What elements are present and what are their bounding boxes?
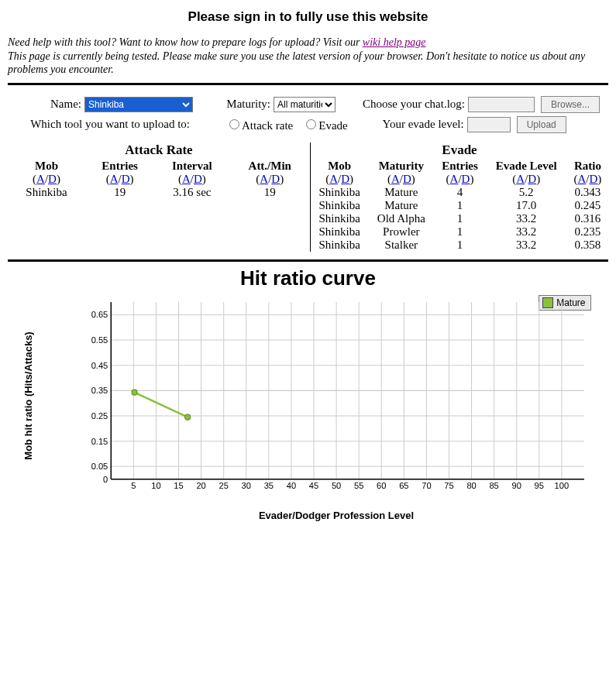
table-header-row: Mob Entries Interval Att./Min	[8, 160, 310, 173]
table-row: ShinkibaProwler133.20.235	[311, 225, 608, 239]
svg-text:40: 40	[286, 480, 295, 489]
chatlog-label: Choose your chat.log:	[353, 98, 468, 111]
svg-text:20: 20	[196, 480, 205, 489]
maturity-select[interactable]: All maturities	[274, 97, 336, 112]
maturity-label: Maturity:	[216, 98, 274, 111]
chart-title: Hit ratio curve	[8, 266, 608, 290]
cell-level: 5.2	[486, 186, 567, 199]
radio-evade-label: Evade	[318, 119, 347, 132]
cell-entries: 1	[434, 225, 485, 239]
sort-desc[interactable]: D	[271, 173, 280, 185]
browse-button[interactable]: Browse...	[541, 96, 600, 113]
svg-text:70: 70	[422, 480, 431, 489]
col-mob: Mob	[8, 160, 85, 173]
sort-desc[interactable]: D	[528, 173, 536, 185]
cell-mob: Shinkiba	[8, 186, 85, 199]
y-axis-label: Mob hit ratio (Hits/Attacks)	[22, 331, 34, 459]
svg-text:0.05: 0.05	[91, 462, 108, 471]
radio-evade[interactable]: Evade	[302, 117, 347, 132]
cell-ratio: 0.343	[567, 186, 608, 199]
cell-ratio: 0.245	[567, 199, 608, 212]
col-maturity: Maturity	[368, 160, 434, 173]
svg-text:0.45: 0.45	[91, 360, 108, 369]
evade-panel: Evade Mob Maturity Entries Evade Level R…	[310, 142, 608, 252]
sort-asc[interactable]: A	[36, 173, 45, 185]
sort-desc[interactable]: D	[194, 173, 202, 185]
sort-asc[interactable]: A	[391, 173, 400, 185]
col-entries: Entries	[434, 160, 485, 173]
radio-attack-rate[interactable]: Attack rate	[225, 117, 293, 132]
chatlog-input[interactable]	[468, 97, 535, 112]
sort-asc[interactable]: A	[577, 173, 586, 185]
evade-level-input[interactable]	[467, 117, 511, 132]
col-entries: Entries	[85, 160, 154, 173]
svg-text:0.55: 0.55	[91, 335, 108, 345]
radio-attack-label: Attack rate	[242, 119, 293, 132]
sort-asc[interactable]: A	[450, 173, 459, 185]
svg-text:0.15: 0.15	[91, 436, 108, 445]
cell-entries: 1	[434, 239, 485, 252]
table-header-row: Mob Maturity Entries Evade Level Ratio	[311, 160, 608, 173]
sort-desc[interactable]: D	[341, 173, 349, 185]
col-ratio: Ratio	[567, 160, 608, 173]
x-axis-label: Evader/Dodger Profession Level	[259, 510, 414, 521]
page-title: Please sign in to fully use this website	[8, 9, 608, 25]
table-row: ShinkibaStalker133.20.358	[311, 239, 608, 252]
table-row: ShinkibaOld Alpha133.20.316	[311, 212, 608, 225]
cell-mob: Shinkiba	[311, 212, 368, 225]
col-mob: Mob	[311, 160, 368, 173]
svg-text:0.65: 0.65	[91, 310, 108, 319]
sort-desc[interactable]: D	[589, 173, 597, 185]
svg-text:65: 65	[399, 480, 408, 489]
sort-asc[interactable]: A	[182, 173, 191, 185]
svg-text:90: 90	[511, 480, 521, 489]
which-tool-label: Which tool you want to upload to:	[8, 118, 194, 131]
sort-asc[interactable]: A	[329, 173, 338, 185]
cell-entries: 4	[434, 186, 485, 199]
cell-entries: 1	[434, 212, 485, 225]
sort-desc[interactable]: D	[122, 173, 130, 185]
cell-ratio: 0.316	[567, 212, 608, 225]
svg-text:0: 0	[103, 474, 108, 483]
name-label: Name:	[8, 98, 84, 111]
svg-text:25: 25	[219, 480, 228, 489]
cell-maturity: Mature	[368, 199, 434, 212]
svg-text:95: 95	[534, 480, 543, 489]
cell-mob: Shinkiba	[311, 186, 368, 199]
table-row: ShinkibaMature45.20.343	[311, 186, 608, 199]
sort-asc[interactable]: A	[110, 173, 119, 185]
svg-text:45: 45	[308, 480, 318, 489]
svg-text:0.35: 0.35	[91, 386, 108, 395]
svg-point-58	[131, 390, 136, 395]
attack-rate-title: Attack Rate	[8, 142, 310, 158]
cell-maturity: Old Alpha	[368, 212, 434, 225]
svg-point-59	[184, 414, 190, 420]
svg-text:10: 10	[151, 480, 160, 489]
svg-text:80: 80	[466, 480, 476, 489]
sort-desc[interactable]: D	[48, 173, 57, 185]
table-row: Shinkiba 19 3.16 sec 19	[8, 186, 310, 199]
name-select[interactable]: Shinkiba	[84, 97, 193, 112]
sort-row: (A/D) (A/D) (A/D) (A/D)	[8, 173, 310, 186]
cell-entries: 19	[85, 186, 154, 199]
sort-asc[interactable]: A	[516, 173, 525, 185]
hit-ratio-chart: Mature Mob hit ratio (Hits/Attacks) Evad…	[26, 295, 591, 520]
sort-asc[interactable]: A	[260, 173, 268, 185]
svg-text:75: 75	[444, 480, 453, 489]
cell-entries: 1	[434, 199, 485, 212]
evade-title: Evade	[311, 142, 608, 158]
sort-desc[interactable]: D	[403, 173, 411, 185]
col-attmin: Att./Min	[230, 160, 310, 173]
upload-button[interactable]: Upload	[517, 116, 566, 133]
evade-level-label: Your evade level:	[371, 118, 467, 131]
col-interval: Interval	[154, 160, 229, 173]
attack-rate-panel: Attack Rate Mob Entries Interval Att./Mi…	[8, 142, 310, 252]
col-evade-level: Evade Level	[486, 160, 567, 173]
sort-desc[interactable]: D	[462, 173, 470, 185]
cell-mob: Shinkiba	[311, 239, 368, 252]
svg-text:35: 35	[263, 480, 273, 489]
sort-row: (A/D) (A/D) (A/D) (A/D) (A/D)	[311, 173, 608, 186]
svg-text:100: 100	[554, 480, 569, 489]
divider-top	[8, 83, 608, 85]
wiki-help-link[interactable]: wiki help page	[363, 36, 426, 48]
